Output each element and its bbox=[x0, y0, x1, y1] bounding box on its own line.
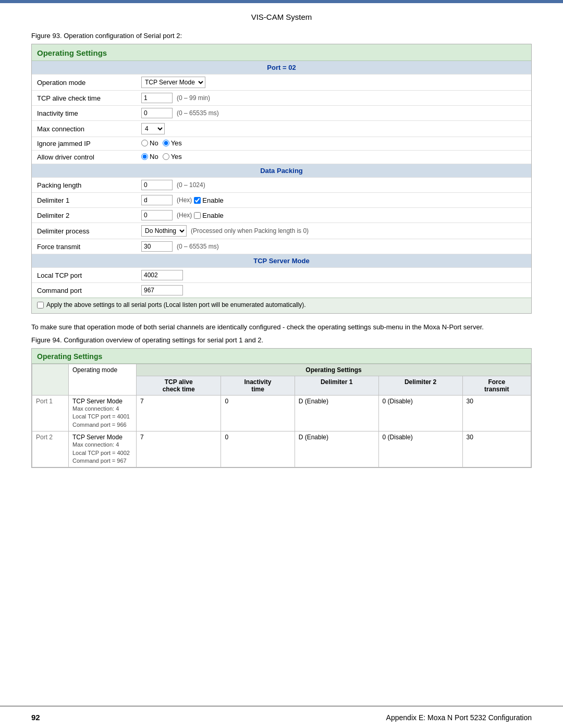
port-header-row: Port = 02 bbox=[32, 61, 531, 75]
ignore-jammed-no-option[interactable]: No bbox=[141, 139, 158, 147]
allow-driver-no-radio[interactable] bbox=[141, 153, 148, 160]
figure94-caption: Figure 94. Configuration overview of ope… bbox=[31, 336, 532, 344]
inactivity-value: (0 – 65535 ms) bbox=[136, 106, 531, 121]
delimiter1-value: (Hex) Enable bbox=[136, 193, 531, 208]
data-packing-header: Data Packing bbox=[32, 164, 531, 178]
delimiter1-row: Delimiter 1 (Hex) Enable bbox=[32, 193, 531, 208]
force-transmit-value: (0 – 65535 ms) bbox=[136, 239, 531, 254]
ignore-jammed-row: Ignore jammed IP No Yes bbox=[32, 137, 531, 151]
port2-mode-name: TCP Server Mode bbox=[72, 434, 132, 441]
port1-delimiter2: 0 (Disable) bbox=[378, 396, 462, 431]
port1-force-transmit: 30 bbox=[462, 396, 531, 431]
ignore-jammed-yes-option[interactable]: Yes bbox=[163, 139, 182, 147]
port1-inactivity: 0 bbox=[221, 396, 295, 431]
packing-length-row: Packing length (0 – 1024) bbox=[32, 178, 531, 193]
apply-label-text: Apply the above settings to all serial p… bbox=[46, 301, 306, 309]
port-header: Port = 02 bbox=[32, 61, 531, 75]
overview-settings-header: Operating Settings bbox=[137, 364, 531, 376]
allow-driver-no-option[interactable]: No bbox=[141, 153, 158, 161]
ignore-jammed-yes-radio[interactable] bbox=[163, 140, 169, 146]
os-settings-table: Port = 02 Operation mode TCP Server Mode… bbox=[32, 61, 531, 298]
operation-mode-select[interactable]: TCP Server Mode bbox=[141, 77, 205, 88]
packing-length-value: (0 – 1024) bbox=[136, 178, 531, 193]
port1-label: Port 1 bbox=[32, 396, 69, 431]
port1-mode: TCP Server Mode Max connection: 4Local T… bbox=[69, 396, 137, 431]
allow-driver-radio-group: No Yes bbox=[141, 153, 182, 161]
packing-length-input[interactable] bbox=[141, 180, 173, 190]
overview-group-header-row: Operating mode Operating Settings bbox=[32, 364, 531, 376]
tcp-alive-row: TCP alive check time (0 – 99 min) bbox=[32, 91, 531, 106]
delimiter2-hint: (Hex) bbox=[177, 212, 192, 219]
force-transmit-label: Force transmit bbox=[32, 239, 136, 254]
max-connection-value: 4 bbox=[136, 121, 531, 137]
packing-length-hint: (0 – 1024) bbox=[177, 181, 205, 189]
max-connection-row: Max connection 4 bbox=[32, 121, 531, 137]
port1-mode-name: TCP Server Mode bbox=[72, 398, 132, 405]
delimiter1-enable-label[interactable]: Enable bbox=[194, 196, 223, 204]
port1-delimiter1: D (Enable) bbox=[295, 396, 378, 431]
port2-tcp-alive: 7 bbox=[137, 431, 221, 467]
overview-col-mode-header: Operating mode bbox=[69, 364, 137, 396]
delimiter-process-label: Delimiter process bbox=[32, 223, 136, 239]
overview-table: Operating mode Operating Settings TCP al… bbox=[32, 364, 531, 467]
command-port-value bbox=[136, 283, 531, 298]
force-transmit-row: Force transmit (0 – 65535 ms) bbox=[32, 239, 531, 254]
port2-delimiter1: D (Enable) bbox=[295, 431, 378, 467]
delimiter1-enable-checkbox[interactable] bbox=[194, 197, 201, 204]
tcp-alive-value: (0 – 99 min) bbox=[136, 91, 531, 106]
packing-length-label: Packing length bbox=[32, 178, 136, 193]
force-transmit-input[interactable] bbox=[141, 241, 173, 252]
port1-row: Port 1 TCP Server Mode Max connection: 4… bbox=[32, 396, 531, 431]
delimiter-process-hint: (Processed only when Packing length is 0… bbox=[191, 227, 309, 235]
delimiter1-label: Delimiter 1 bbox=[32, 193, 136, 208]
footer-page-number: 92 bbox=[31, 713, 40, 722]
allow-driver-yes-radio[interactable] bbox=[163, 153, 169, 160]
inactivity-label: Inactivity time bbox=[32, 106, 136, 121]
port2-label: Port 2 bbox=[32, 431, 69, 467]
inactivity-input[interactable] bbox=[141, 108, 173, 118]
page-container: VIS-CAM System Figure 93. Operation conf… bbox=[0, 0, 563, 728]
delimiter1-input[interactable] bbox=[141, 195, 173, 205]
command-port-row: Command port bbox=[32, 283, 531, 298]
page-header: VIS-CAM System bbox=[0, 3, 563, 27]
allow-driver-label: Allow driver control bbox=[32, 151, 136, 164]
ignore-jammed-radio-group: No Yes bbox=[141, 139, 182, 147]
delimiter-process-value: Do Nothing (Processed only when Packing … bbox=[136, 223, 531, 239]
col-delimiter2: Delimiter 2 bbox=[378, 376, 462, 396]
port2-mode: TCP Server Mode Max connection: 4Local T… bbox=[69, 431, 137, 467]
col-inactivity: Inactivitytime bbox=[221, 376, 295, 396]
delimiter2-row: Delimiter 2 (Hex) Enable bbox=[32, 208, 531, 223]
delimiter2-enable-label[interactable]: Enable bbox=[194, 212, 223, 219]
apply-checkbox[interactable] bbox=[37, 302, 44, 309]
operating-settings-panel-94: Operating Settings Operating mode Operat… bbox=[31, 348, 532, 468]
tcp-alive-input[interactable] bbox=[141, 93, 173, 103]
force-transmit-hint: (0 – 65535 ms) bbox=[177, 243, 219, 250]
operation-mode-label: Operation mode bbox=[32, 75, 136, 91]
max-connection-label: Max connection bbox=[32, 121, 136, 137]
allow-driver-row: Allow driver control No Yes bbox=[32, 151, 531, 164]
local-tcp-port-input[interactable] bbox=[141, 270, 183, 280]
command-port-input[interactable] bbox=[141, 285, 183, 295]
delimiter-process-row: Delimiter process Do Nothing (Processed … bbox=[32, 223, 531, 239]
col-delimiter1: Delimiter 1 bbox=[295, 376, 378, 396]
port2-detail: Max connection: 4Local TCP port = 4002Co… bbox=[72, 441, 132, 465]
max-connection-select[interactable]: 4 bbox=[141, 123, 165, 134]
allow-driver-yes-option[interactable]: Yes bbox=[163, 153, 182, 161]
port1-detail: Max connection: 4Local TCP port = 4001Co… bbox=[72, 405, 132, 429]
ignore-jammed-value: No Yes bbox=[136, 137, 531, 151]
ignore-jammed-no-radio[interactable] bbox=[141, 140, 148, 146]
delimiter2-input[interactable] bbox=[141, 210, 173, 220]
footer-text: Appendix E: Moxa N Port 5232 Configurati… bbox=[386, 713, 532, 722]
apply-checkbox-label[interactable]: Apply the above settings to all serial p… bbox=[37, 301, 306, 309]
command-port-label: Command port bbox=[32, 283, 136, 298]
port2-row: Port 2 TCP Server Mode Max connection: 4… bbox=[32, 431, 531, 467]
delimiter-process-select[interactable]: Do Nothing bbox=[141, 225, 187, 237]
port2-inactivity: 0 bbox=[221, 431, 295, 467]
operation-mode-value: TCP Server Mode bbox=[136, 75, 531, 91]
local-tcp-port-row: Local TCP port bbox=[32, 268, 531, 283]
col-force-transmit: Forcetransmit bbox=[462, 376, 531, 396]
tcp-alive-label: TCP alive check time bbox=[32, 91, 136, 106]
delimiter2-enable-checkbox[interactable] bbox=[194, 212, 201, 219]
apply-row: Apply the above settings to all serial p… bbox=[32, 298, 531, 313]
data-packing-header-row: Data Packing bbox=[32, 164, 531, 178]
